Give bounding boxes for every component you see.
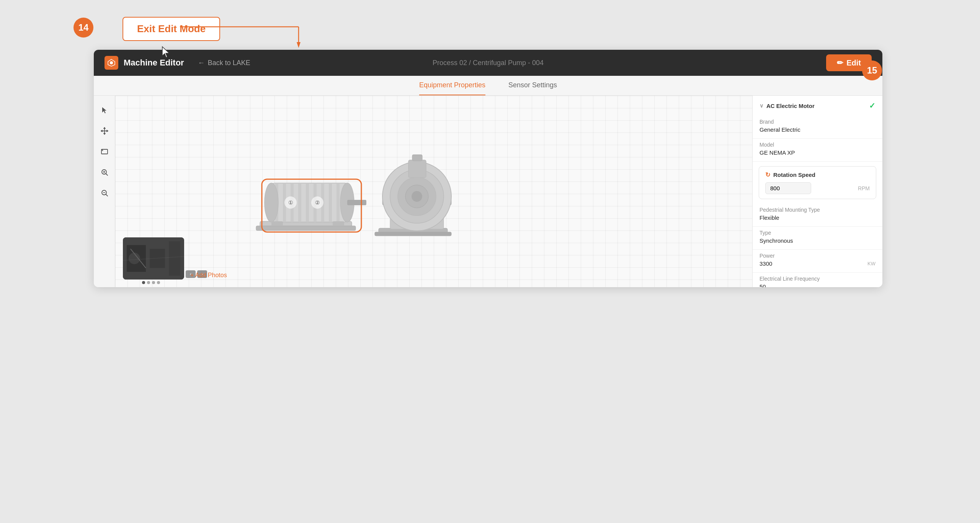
dot-2 xyxy=(147,281,150,284)
power-label: Power xyxy=(760,253,875,259)
pedestal-mounting-label: Pedestrial Mounting Type xyxy=(760,207,875,213)
ac-motor-section-header[interactable]: ∨ AC Electric Motor ✓ xyxy=(753,96,882,116)
brand-label: Brand xyxy=(760,119,875,125)
type-value: Synchronous xyxy=(760,237,875,244)
svg-rect-45 xyxy=(412,155,422,161)
right-panel: ∨ AC Electric Motor ✓ Brand General Elec… xyxy=(752,96,882,287)
ac-motor-title: AC Electric Motor xyxy=(766,103,815,109)
zoom-out-tool[interactable] xyxy=(98,186,111,200)
add-photos-button[interactable]: + Add Photos xyxy=(190,272,227,279)
rotation-speed-title: Rotation Speed xyxy=(773,172,815,178)
app-title: Machine Editor xyxy=(124,58,184,68)
back-link[interactable]: ← Back to LAKE xyxy=(198,59,250,67)
electrical-freq-label: Electrical Line Frequency xyxy=(760,276,875,282)
canvas-area[interactable]: ① ② xyxy=(115,96,752,287)
svg-line-11 xyxy=(106,194,108,196)
svg-rect-31 xyxy=(347,200,366,205)
power-unit: KW xyxy=(867,261,875,266)
svg-point-3 xyxy=(110,61,113,64)
chevron-down-icon: ∨ xyxy=(760,103,763,109)
arrow-left-icon: ← xyxy=(198,59,205,67)
left-toolbar xyxy=(94,96,115,287)
power-value: 3300 xyxy=(760,260,772,267)
content-area: ① ② xyxy=(94,96,882,287)
svg-rect-33 xyxy=(271,221,283,226)
svg-marker-2 xyxy=(297,42,301,48)
svg-line-7 xyxy=(106,174,108,176)
check-icon: ✓ xyxy=(869,101,875,110)
dot-1 xyxy=(142,281,145,284)
pencil-icon: ✏ xyxy=(837,58,843,67)
rect-tool[interactable] xyxy=(98,145,111,159)
tab-sensor-settings[interactable]: Sensor Settings xyxy=(508,76,557,95)
svg-rect-20 xyxy=(306,183,309,222)
move-tool[interactable] xyxy=(98,124,111,138)
type-field-group: Type Synchronous xyxy=(753,227,882,250)
brand-value: General Electric xyxy=(760,126,875,133)
power-field-group: Power 3300 KW xyxy=(753,250,882,273)
dot-3 xyxy=(152,281,155,284)
rpm-input[interactable] xyxy=(765,182,811,194)
electrical-freq-value: 50 xyxy=(760,283,875,287)
dot-4 xyxy=(157,281,160,284)
svg-point-43 xyxy=(412,191,422,202)
zoom-in-tool[interactable] xyxy=(98,165,111,179)
svg-rect-36 xyxy=(375,232,451,236)
svg-rect-23 xyxy=(329,183,332,222)
exit-edit-mode-button[interactable]: Exit Edit Mode xyxy=(122,17,220,41)
top-bar: Machine Editor ← Back to LAKE Process 02… xyxy=(94,50,882,76)
brand-field-group: Brand General Electric xyxy=(753,116,882,139)
photo-thumbnail xyxy=(123,237,184,279)
sync-icon: ↻ xyxy=(765,171,770,178)
electrical-freq-field-group: Electrical Line Frequency 50 xyxy=(753,273,882,287)
svg-point-25 xyxy=(265,183,278,222)
tab-equipment-properties[interactable]: Equipment Properties xyxy=(419,76,485,95)
pedestal-mounting-value: Flexible xyxy=(760,214,875,221)
svg-rect-14 xyxy=(256,226,356,230)
photo-nav-dots xyxy=(142,281,160,284)
machine-illustration: ① ② xyxy=(252,129,467,253)
rotation-speed-box: ↻ Rotation Speed RPM xyxy=(759,166,876,199)
type-label: Type xyxy=(760,230,875,236)
svg-text:①: ① xyxy=(288,199,293,206)
svg-text:②: ② xyxy=(315,199,320,206)
pedestal-mounting-field-group: Pedestrial Mounting Type Flexible xyxy=(753,204,882,227)
svg-rect-49 xyxy=(169,241,180,276)
select-tool[interactable] xyxy=(98,103,111,117)
main-window: Machine Editor ← Back to LAKE Process 02… xyxy=(94,50,882,287)
svg-rect-34 xyxy=(333,221,344,226)
step-badge-15: 15 xyxy=(862,60,882,80)
model-label: Model xyxy=(760,142,875,148)
svg-rect-24 xyxy=(336,183,340,222)
rpm-unit: RPM xyxy=(858,185,870,191)
step-badge-14: 14 xyxy=(74,18,93,38)
app-logo xyxy=(105,56,118,70)
tabs-bar: Equipment Properties Sensor Settings xyxy=(94,76,882,96)
breadcrumb: Process 02 / Centrifugal Pump - 004 xyxy=(433,59,544,67)
model-field-group: Model GE NEMA XP xyxy=(753,139,882,162)
model-value: GE NEMA XP xyxy=(760,149,875,156)
svg-rect-19 xyxy=(298,183,301,222)
svg-rect-44 xyxy=(408,160,426,178)
